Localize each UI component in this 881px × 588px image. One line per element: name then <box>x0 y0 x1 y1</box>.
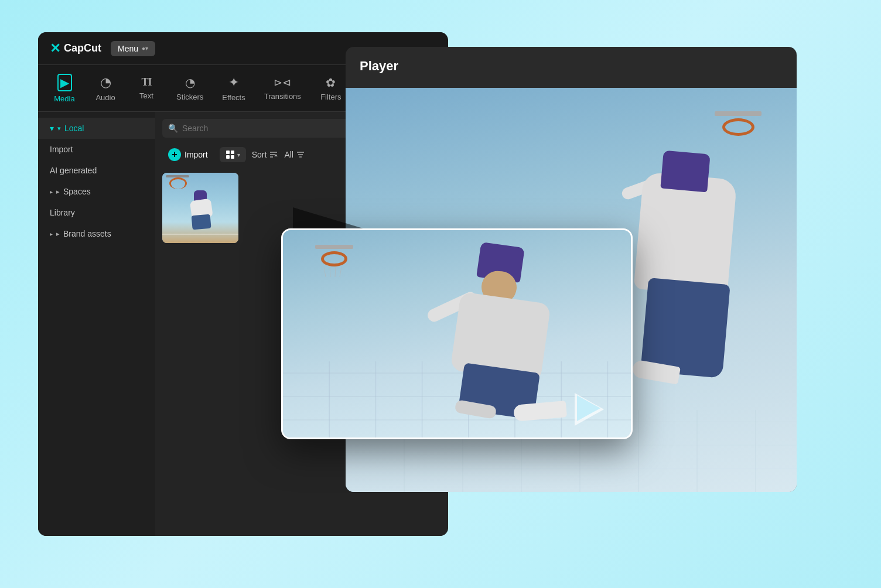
tab-audio[interactable]: ◔ Audio <box>85 70 126 107</box>
media-tab-label: Media <box>54 94 74 103</box>
audio-tab-label: Audio <box>95 93 115 102</box>
sidebar-item-library[interactable]: Library <box>38 202 155 223</box>
zoom-preview-card <box>281 228 633 439</box>
sort-label: Sort <box>252 150 267 159</box>
filter-icon <box>296 150 305 159</box>
brand-assets-arrow-icon: ▸ <box>56 230 60 238</box>
menu-button[interactable]: Menu ●▾ <box>111 41 155 56</box>
svg-rect-2 <box>226 155 230 159</box>
logo-area: ✕ CapCut <box>50 41 101 56</box>
svg-line-21 <box>324 266 326 277</box>
sidebar: ▾ Local Import AI generated ▸ Spaces Lib… <box>38 112 155 536</box>
menu-arrow: ●▾ <box>142 45 148 52</box>
search-icon: 🔍 <box>168 124 178 133</box>
tab-stickers[interactable]: ◔ Stickers <box>167 71 213 106</box>
transitions-tab-label: Transitions <box>264 92 301 101</box>
sidebar-item-ai-generated[interactable]: AI generated <box>38 160 155 181</box>
stickers-tab-icon: ◔ <box>185 76 195 90</box>
local-arrow-icon: ▾ <box>57 125 61 132</box>
sidebar-import-label: Import <box>50 145 73 154</box>
zoom-athlete-figure <box>408 242 584 423</box>
capcut-logo-icon: ✕ <box>50 41 59 56</box>
svg-rect-1 <box>231 151 234 154</box>
svg-rect-3 <box>231 155 234 159</box>
import-label: Import <box>185 150 208 159</box>
spaces-arrow-icon: ▸ <box>56 188 60 196</box>
effects-tab-icon: ✦ <box>228 75 239 90</box>
sidebar-local-label: Local <box>64 124 84 133</box>
tab-text[interactable]: TI Text <box>126 71 167 105</box>
import-plus-icon: + <box>168 148 181 161</box>
svg-rect-0 <box>226 151 230 154</box>
app-name: CapCut <box>64 42 101 54</box>
media-thumbnail-1[interactable] <box>162 173 238 243</box>
text-tab-label: Text <box>139 91 153 100</box>
sort-button[interactable]: Sort <box>252 150 279 159</box>
zoom-preview-inner <box>283 230 631 437</box>
sidebar-item-brand-assets[interactable]: ▸ Brand assets <box>38 223 155 244</box>
grid-icon <box>226 150 235 159</box>
filter-all-button[interactable]: All <box>284 150 305 159</box>
all-label: All <box>284 150 293 159</box>
grid-dropdown-arrow: ▾ <box>237 152 240 158</box>
svg-line-24 <box>340 266 342 277</box>
player-title: Player <box>346 47 797 86</box>
filters-tab-icon: ✿ <box>326 76 336 90</box>
tab-effects[interactable]: ✦ Effects <box>213 70 255 107</box>
sidebar-spaces-label: Spaces <box>63 187 91 196</box>
filters-tab-label: Filters <box>320 93 341 101</box>
sidebar-item-local[interactable]: ▾ Local <box>38 118 155 139</box>
tab-media[interactable]: ▶ Media <box>44 69 85 108</box>
svg-line-23 <box>335 266 336 277</box>
import-button[interactable]: + Import <box>162 145 214 165</box>
stickers-tab-label: Stickers <box>176 93 203 101</box>
media-tab-icon: ▶ <box>57 74 72 91</box>
right-hoop <box>715 111 762 136</box>
tab-transitions[interactable]: ⊳⊲ Transitions <box>255 71 310 105</box>
net-icon <box>321 266 347 278</box>
sidebar-ai-label: AI generated <box>50 166 97 175</box>
sidebar-library-label: Library <box>50 208 75 217</box>
sidebar-item-spaces[interactable]: ▸ Spaces <box>38 181 155 202</box>
athlete-image-thumb <box>162 173 238 243</box>
sidebar-item-import[interactable]: Import <box>38 139 155 160</box>
text-tab-icon: TI <box>141 76 151 88</box>
zoom-hoop <box>315 245 353 278</box>
effects-tab-label: Effects <box>222 93 245 102</box>
grid-view-button[interactable]: ▾ <box>220 147 246 162</box>
sort-icon <box>269 150 278 159</box>
transitions-tab-icon: ⊳⊲ <box>274 76 291 89</box>
menu-label: Menu <box>118 44 138 53</box>
play-cursor-icon <box>577 395 600 421</box>
sidebar-brand-assets-label: Brand assets <box>63 229 111 238</box>
svg-line-22 <box>330 266 330 277</box>
athlete-right-figure <box>609 146 797 469</box>
audio-tab-icon: ◔ <box>100 75 111 90</box>
